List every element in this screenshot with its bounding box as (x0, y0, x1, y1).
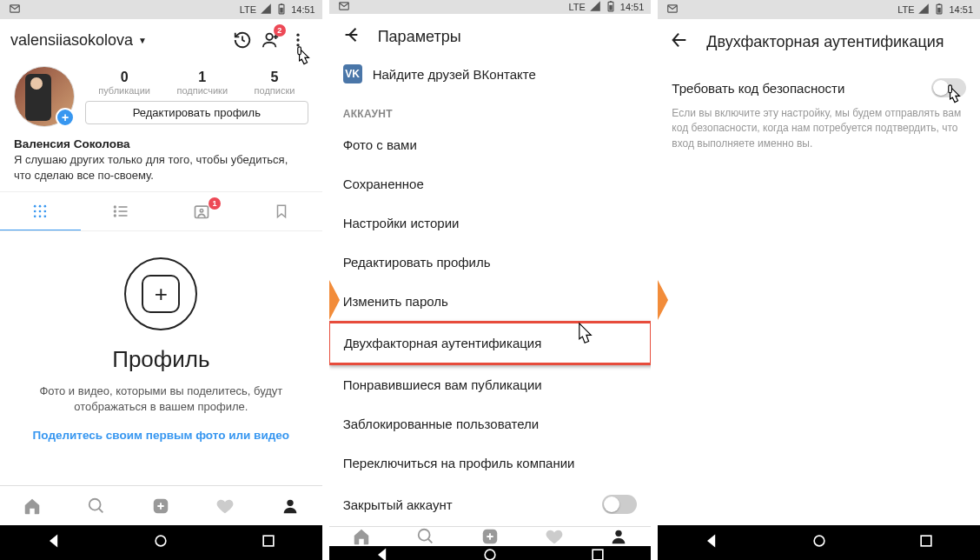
svg-point-7 (296, 43, 299, 46)
nav-profile[interactable] (258, 486, 322, 525)
android-recent[interactable] (260, 532, 277, 553)
svg-point-11 (34, 210, 36, 212)
setting-private-account[interactable]: Закрытый аккаунт (329, 483, 652, 526)
svg-point-40 (485, 550, 495, 560)
setting-2fa[interactable]: Двухфакторная аутентификация (329, 321, 652, 365)
following-stat[interactable]: 5 подписки (255, 70, 295, 96)
svg-point-4 (266, 34, 272, 40)
android-recent[interactable] (917, 532, 935, 553)
svg-point-29 (156, 536, 166, 546)
nav-activity[interactable] (522, 527, 586, 546)
tab-list[interactable] (81, 192, 162, 230)
followers-stat[interactable]: 1 подписчики (176, 70, 228, 96)
tab-tagged[interactable]: 1 (161, 192, 242, 230)
2fa-screen: LTE 14:51 Двухфакторная аутентификация Т… (658, 0, 980, 560)
status-time: 14:51 (949, 4, 973, 15)
setting-edit-profile[interactable]: Редактировать профиль (329, 243, 652, 282)
add-friend-icon[interactable]: 2 (256, 26, 284, 54)
posts-stat[interactable]: 0 публикации (98, 70, 150, 96)
find-vk-friends[interactable]: VK Найдите друзей ВКонтакте (329, 59, 652, 96)
nav-home[interactable] (329, 527, 394, 546)
profile-header: + 0 публикации 1 подписчики 5 подписки Р… (0, 61, 322, 132)
android-home[interactable] (811, 532, 828, 553)
setting-switch-business[interactable]: Переключиться на профиль компании (329, 443, 652, 483)
bottom-nav (329, 526, 652, 546)
profile-topbar: valensiiasokolova ▼ 2 (0, 19, 322, 61)
svg-point-12 (39, 210, 42, 212)
lte-label: LTE (897, 4, 914, 15)
nav-home[interactable] (0, 486, 64, 525)
mail-icon (338, 0, 350, 14)
setting-saved[interactable]: Сохраненное (329, 164, 652, 203)
tab-saved[interactable] (242, 192, 322, 230)
nav-search[interactable] (64, 486, 129, 525)
svg-point-36 (419, 530, 430, 541)
svg-rect-44 (938, 8, 942, 13)
android-back[interactable] (703, 532, 720, 553)
empty-profile: + Профиль Фото и видео, которыми вы поде… (0, 231, 322, 485)
svg-point-10 (44, 204, 47, 207)
svg-point-19 (115, 210, 116, 212)
tutorial-arrow-left (329, 280, 340, 320)
svg-rect-3 (281, 3, 282, 4)
svg-point-21 (115, 215, 116, 217)
signal-icon (260, 3, 272, 17)
2fa-help-text: Если вы включите эту настройку, мы будем… (658, 106, 980, 151)
svg-point-16 (44, 215, 47, 217)
vk-icon: VK (343, 64, 362, 83)
svg-point-17 (115, 206, 116, 208)
android-back[interactable] (45, 532, 63, 553)
svg-point-5 (296, 34, 299, 37)
avatar[interactable]: + (14, 66, 75, 127)
battery-icon (605, 0, 617, 14)
history-icon[interactable] (228, 26, 256, 54)
svg-point-9 (39, 204, 42, 207)
nav-add[interactable] (129, 486, 193, 525)
android-nav (329, 546, 652, 560)
setting-change-password[interactable]: Изменить пароль (329, 282, 652, 321)
svg-rect-30 (263, 536, 274, 546)
nav-profile[interactable] (586, 527, 651, 546)
settings-screen: LTE 14:51 Параметры VK Найдите друзей ВК… (329, 0, 652, 560)
svg-point-39 (616, 530, 622, 537)
menu-icon[interactable] (284, 26, 312, 54)
battery-icon (275, 3, 288, 17)
back-icon[interactable] (670, 30, 689, 53)
setting-photos-of-you[interactable]: Фото с вами (329, 125, 652, 164)
empty-icon: + (124, 257, 197, 330)
private-account-toggle[interactable] (602, 495, 637, 514)
svg-point-25 (89, 498, 101, 510)
setting-blocked-users[interactable]: Заблокированные пользователи (329, 404, 652, 443)
svg-point-28 (287, 499, 293, 505)
settings-header: Параметры (329, 14, 652, 59)
android-recent[interactable] (589, 546, 606, 560)
android-back[interactable] (374, 546, 391, 560)
add-story-icon[interactable]: + (56, 108, 75, 127)
svg-rect-47 (921, 536, 931, 546)
require-code-row: Требовать код безопасности (658, 64, 980, 106)
android-home[interactable] (481, 546, 499, 560)
nav-add[interactable] (458, 527, 522, 546)
chevron-down-icon[interactable]: ▼ (138, 36, 147, 45)
nav-activity[interactable] (193, 486, 257, 525)
vk-label: Найдите друзей ВКонтакте (373, 67, 536, 82)
display-name: Валенсия Соколова (14, 137, 308, 150)
account-section-label: АККАУНТ (329, 96, 652, 125)
svg-point-8 (34, 204, 36, 207)
back-icon[interactable] (341, 25, 361, 48)
setting-liked-posts[interactable]: Понравившиеся вам публикации (329, 365, 652, 404)
setting-story-settings[interactable]: Настройки истории (329, 203, 652, 243)
nav-search[interactable] (394, 527, 458, 546)
svg-point-13 (44, 210, 47, 212)
bio-text: Я слушаю других только для того, чтобы у… (14, 152, 308, 183)
edit-profile-button[interactable]: Редактировать профиль (85, 101, 308, 124)
username-dropdown[interactable]: valensiiasokolova (10, 31, 133, 50)
require-code-toggle[interactable] (931, 78, 966, 97)
2fa-header: Двухфакторная аутентификация (658, 19, 980, 64)
android-home[interactable] (152, 532, 169, 553)
private-account-label: Закрытый аккаунт (343, 497, 453, 512)
share-first-link[interactable]: Поделитесь своим первым фото или видео (33, 429, 289, 442)
svg-rect-34 (609, 5, 612, 10)
mail-icon (666, 3, 679, 17)
tab-grid[interactable] (0, 192, 81, 230)
